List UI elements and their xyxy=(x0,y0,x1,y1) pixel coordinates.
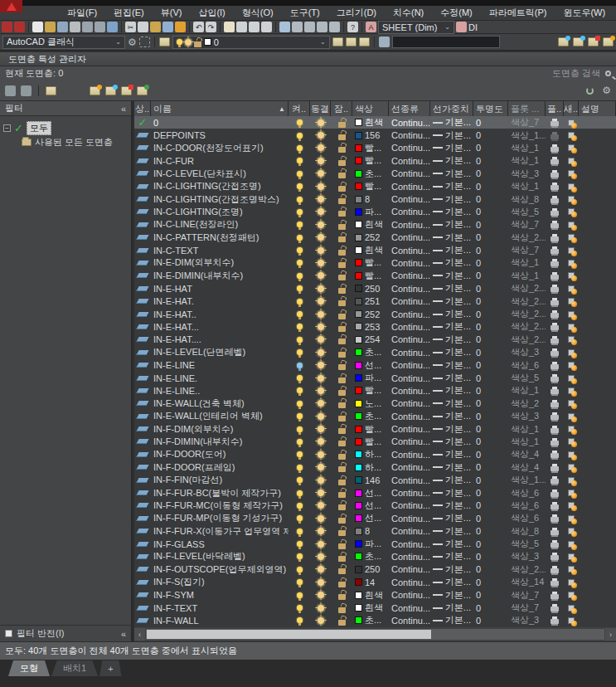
layer-unlock-icon[interactable] xyxy=(338,480,346,485)
layer-freeze-icon[interactable] xyxy=(318,132,324,139)
layer-description[interactable] xyxy=(579,256,616,269)
layer-on-toggle-icon[interactable] xyxy=(297,133,303,139)
layer-lineweight[interactable]: 기본... xyxy=(430,180,473,192)
layer-freeze-icon[interactable] xyxy=(318,528,324,534)
layer-lineweight[interactable]: 기본... xyxy=(430,448,473,460)
table-row[interactable]: IN-E-HAT... 253 Continu... 기본... 0 색상_2.… xyxy=(134,320,616,333)
collapse-panel-button[interactable]: « xyxy=(121,629,126,639)
layer-freeze-icon[interactable] xyxy=(318,144,324,151)
layer-linetype[interactable]: Continu... xyxy=(389,448,430,460)
invert-filter-checkbox[interactable] xyxy=(5,630,12,637)
layer-lineweight[interactable]: 기본... xyxy=(430,358,473,371)
printer-plot-icon[interactable] xyxy=(551,364,559,369)
layer-lineweight[interactable]: 기본... xyxy=(430,168,473,180)
layer-unlock-icon[interactable] xyxy=(338,352,346,358)
layer-on-toggle-icon[interactable] xyxy=(297,158,303,163)
layer-color-swatch[interactable] xyxy=(355,132,362,139)
layer-name[interactable]: IN-F-OUTSCOPE(업무제외영역) xyxy=(151,563,289,576)
layer-description[interactable] xyxy=(579,614,616,626)
layer-linetype[interactable]: Continu... xyxy=(389,154,430,167)
layer-on-toggle-icon[interactable] xyxy=(297,490,303,496)
layer-lineweight[interactable]: 기본... xyxy=(430,397,473,410)
layer-name[interactable]: IN-F-GLASS xyxy=(151,538,289,550)
layer-transparency[interactable]: 0 xyxy=(473,206,508,218)
new-vp-freeze-icon[interactable] xyxy=(568,490,575,496)
layer-unlock-icon[interactable] xyxy=(338,492,346,498)
layer-color-swatch[interactable] xyxy=(355,592,362,599)
layer-linetype[interactable]: Continu... xyxy=(389,525,430,538)
table-row[interactable]: IN-C-TEXT 흰색 Continu... 기본... 0 색상_7 xyxy=(134,244,616,256)
layer-freeze-icon[interactable] xyxy=(318,579,324,586)
layer-transparency[interactable]: 0 xyxy=(473,422,508,435)
printer-plot-icon[interactable] xyxy=(551,619,559,624)
layer-linetype[interactable]: Continu... xyxy=(389,410,430,422)
column-header-4[interactable]: 잠.. xyxy=(331,101,352,116)
layer-description[interactable] xyxy=(579,206,616,218)
layer-lineweight[interactable]: 기본... xyxy=(430,436,473,448)
layer-description[interactable] xyxy=(579,474,616,486)
properties-icon[interactable] xyxy=(279,22,290,32)
layer-on-toggle-icon[interactable] xyxy=(297,273,303,279)
layer-lineweight[interactable]: 기본... xyxy=(430,576,473,588)
printer-plot-icon[interactable] xyxy=(551,555,559,560)
new-vp-freeze-icon[interactable] xyxy=(568,311,575,318)
menu-item[interactable]: 파일(F) xyxy=(60,6,104,20)
new-vp-freeze-icon[interactable] xyxy=(568,605,575,611)
layer-unlock-icon[interactable] xyxy=(338,147,346,153)
printer-plot-icon[interactable] xyxy=(551,249,559,254)
new-vp-freeze-icon[interactable] xyxy=(568,208,575,215)
settings-gear-icon[interactable]: ⚙ xyxy=(602,85,611,95)
layer-lineweight[interactable]: 기본... xyxy=(430,422,473,435)
layer-unlock-icon[interactable] xyxy=(338,339,346,344)
layer-description[interactable] xyxy=(579,448,616,460)
layer-unlock-icon[interactable] xyxy=(338,211,346,217)
layer-freeze-icon[interactable] xyxy=(318,400,324,407)
table-row[interactable]: DEFPOINTS 156 Continu... 기본... 0 색상_1... xyxy=(134,129,616,141)
new-vp-freeze-icon[interactable] xyxy=(568,451,575,458)
layer-color-swatch[interactable] xyxy=(355,604,362,611)
layer-freeze-icon[interactable] xyxy=(318,272,324,279)
layer-color-swatch[interactable] xyxy=(355,259,362,266)
layer-color-swatch[interactable] xyxy=(355,451,362,458)
scroll-right-arrow[interactable]: › xyxy=(605,628,616,641)
layer-unlock-icon[interactable] xyxy=(338,390,346,396)
printer-plot-icon[interactable] xyxy=(551,351,559,356)
layer-freeze-icon[interactable] xyxy=(318,553,324,560)
layer-linetype[interactable]: Continu... xyxy=(389,244,430,256)
layer-name[interactable]: IN-E-WALL(인테리어 벽체) xyxy=(151,410,289,422)
layer-name[interactable]: IN-F-FUR-BC(불박이 제작가구) xyxy=(151,486,289,499)
layer-linetype[interactable]: Continu... xyxy=(389,256,430,269)
table-row[interactable]: IN-F-DIM(외부치수) 빨... Continu... 기본... 0 색… xyxy=(134,422,616,435)
layer-description[interactable] xyxy=(579,588,616,601)
layer-linetype[interactable]: Continu... xyxy=(389,334,430,346)
column-header-1[interactable]: 이름 ▲ xyxy=(151,101,289,116)
printer-plot-icon[interactable] xyxy=(551,466,559,471)
layer-name[interactable]: IN-E-HAT.. xyxy=(151,308,289,320)
new-vp-freeze-icon[interactable] xyxy=(568,247,575,254)
layer-color-swatch[interactable] xyxy=(355,157,362,164)
printer-plot-icon[interactable] xyxy=(551,159,559,164)
layer-states-manager-icon[interactable] xyxy=(46,86,56,95)
layer-linetype[interactable]: Continu... xyxy=(389,180,430,192)
layer-name[interactable]: IN-C-TEXT xyxy=(151,244,289,256)
printer-plot-icon[interactable] xyxy=(551,236,559,241)
layer-linetype[interactable]: Continu... xyxy=(389,142,430,154)
new-vp-freeze-icon[interactable] xyxy=(568,375,575,382)
layer-name[interactable]: IN-E-HAT.... xyxy=(151,334,289,346)
table-row[interactable]: IN-E-LEVEL(단면레벨) 초... Continu... 기본... 0… xyxy=(134,346,616,358)
layer-transparency[interactable]: 0 xyxy=(473,588,508,601)
layer-name[interactable]: IN-F-DIM(외부치수) xyxy=(151,422,289,435)
layer-unlock-icon[interactable] xyxy=(338,441,346,446)
layer-transparency[interactable]: 0 xyxy=(473,397,508,410)
layer-linetype[interactable]: Continu... xyxy=(389,308,430,320)
layer-on-toggle-icon[interactable] xyxy=(297,553,303,559)
new-vp-freeze-icon[interactable] xyxy=(568,272,575,279)
layer-name[interactable]: IN-E-DIM(외부치수) xyxy=(151,256,289,269)
layer-color-swatch[interactable] xyxy=(355,387,362,394)
new-vp-freeze-icon[interactable] xyxy=(568,234,575,241)
layer-on-toggle-icon[interactable] xyxy=(297,605,303,611)
pdf-icon-b[interactable] xyxy=(14,22,25,32)
table-row[interactable]: IN-C-LINE(천장라인) 흰색 Continu... 기본... 0 색상… xyxy=(134,218,616,231)
layer-on-toggle-icon[interactable] xyxy=(297,529,303,534)
layer-freeze-icon[interactable] xyxy=(318,311,324,318)
